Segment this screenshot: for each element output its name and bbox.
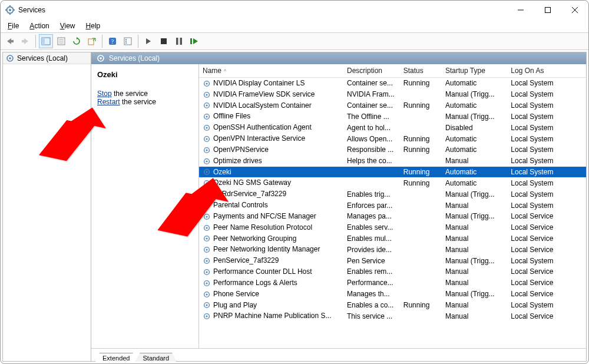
menu-help[interactable]: Help xyxy=(81,21,105,31)
cell-logon: Local System xyxy=(507,122,586,133)
cell-desc: Enables mul... xyxy=(343,233,400,244)
cell-name: Optimize drives xyxy=(199,155,343,167)
tab-standard[interactable]: Standard xyxy=(135,353,177,362)
svg-rect-7 xyxy=(545,8,551,13)
toolbar-separator xyxy=(102,35,102,48)
restart-service-button[interactable] xyxy=(187,34,201,48)
stop-service-link[interactable]: Stop xyxy=(97,90,112,98)
service-row[interactable]: PNRP Machine Name Publication S...This s… xyxy=(199,310,586,322)
service-row[interactable]: Performance Counter DLL HostEnables rem.… xyxy=(199,266,586,277)
svg-rect-26 xyxy=(176,38,178,45)
service-row[interactable]: NVIDIA FrameView SDK serviceNVIDIA Fram.… xyxy=(199,89,586,100)
cell-status xyxy=(400,277,442,289)
cell-desc: Enables trig... xyxy=(343,188,400,200)
stop-service-line: Stop the service xyxy=(97,90,193,98)
cell-name: PenService_7af3229 xyxy=(199,255,343,266)
svg-rect-21 xyxy=(124,38,131,45)
service-row[interactable]: P9RdrService_7af3229Enables trig...Manua… xyxy=(199,188,586,200)
service-row[interactable]: Peer Name Resolution ProtocolEnables ser… xyxy=(199,222,586,233)
cell-startup: Manual xyxy=(442,266,507,277)
service-row[interactable]: Peer Networking GroupingEnables mul...Ma… xyxy=(199,233,586,244)
stop-service-button[interactable] xyxy=(157,34,171,48)
col-status[interactable]: Status xyxy=(400,64,442,78)
cell-startup: Manual xyxy=(442,155,507,167)
close-button[interactable] xyxy=(561,1,588,19)
menu-action[interactable]: Action xyxy=(25,21,54,31)
gear-icon xyxy=(203,301,211,309)
export-button[interactable] xyxy=(85,34,99,48)
svg-point-30 xyxy=(9,57,11,59)
cell-status xyxy=(400,111,442,122)
cell-desc: Enables serv... xyxy=(343,222,400,233)
window-title: Services xyxy=(18,6,45,14)
service-row[interactable]: Ozeki NG SMS GatewayRunningAutomaticLoca… xyxy=(199,177,586,188)
col-name[interactable]: Name^ xyxy=(199,64,343,78)
menu-view[interactable]: View xyxy=(55,21,80,31)
gear-icon xyxy=(203,312,211,320)
tree-item-services-local[interactable]: Services (Local) xyxy=(3,52,91,64)
cell-logon: Local System xyxy=(507,100,586,111)
nav-back-button[interactable] xyxy=(3,34,17,48)
service-row[interactable]: Plug and PlayEnables a co...RunningManua… xyxy=(199,300,586,311)
cell-startup: Manual xyxy=(442,300,507,311)
view-tabs: Extended Standard xyxy=(91,348,586,361)
menu-file[interactable]: File xyxy=(3,21,24,31)
toolbar-separator xyxy=(138,35,138,48)
service-row[interactable]: OpenVPNServiceResponsible ...RunningAuto… xyxy=(199,144,586,155)
service-row[interactable]: Peer Networking Identity ManagerProvides… xyxy=(199,244,586,255)
service-row[interactable]: OpenVPN Interactive ServiceAllows Open..… xyxy=(199,133,586,144)
service-row[interactable]: NVIDIA LocalSystem ContainerContainer se… xyxy=(199,100,586,111)
cell-status xyxy=(400,122,442,133)
svg-point-36 xyxy=(206,94,207,95)
restart-suffix: the service xyxy=(120,98,156,106)
gear-icon xyxy=(5,54,15,63)
tab-extended[interactable]: Extended xyxy=(95,353,137,362)
service-row[interactable]: OpenSSH Authentication AgentAgent to hol… xyxy=(199,122,586,133)
pause-service-button[interactable] xyxy=(172,34,186,48)
service-row[interactable]: Optimize drivesHelps the co...ManualLoca… xyxy=(199,155,586,167)
properties-button[interactable] xyxy=(54,34,68,48)
services-scroll[interactable]: Name^ Description Status Startup Type Lo… xyxy=(199,64,586,348)
col-logon[interactable]: Log On As xyxy=(507,64,586,78)
cell-status: Running xyxy=(400,133,442,144)
nav-forward-button[interactable] xyxy=(18,34,32,48)
cell-logon: Local System xyxy=(507,188,586,200)
service-row[interactable]: Phone ServiceManages th...Manual (Trigg.… xyxy=(199,289,586,300)
start-service-button[interactable] xyxy=(141,34,155,48)
service-row[interactable]: NVIDIA Display Container LSContainer se.… xyxy=(199,78,586,89)
gear-icon xyxy=(96,54,105,63)
cell-desc: Enforces par... xyxy=(343,200,400,211)
help-button[interactable]: ? xyxy=(105,34,120,48)
console-tree-pane: Services (Local) xyxy=(3,52,91,361)
cell-startup: Manual xyxy=(442,310,507,322)
cell-startup: Automatic xyxy=(442,78,507,89)
service-row[interactable]: Performance Logs & AlertsPerformance...M… xyxy=(199,277,586,289)
cell-logon: Local System xyxy=(507,255,586,266)
col-description[interactable]: Description xyxy=(343,64,400,78)
gear-icon xyxy=(203,268,211,276)
show-hide-tree-button[interactable] xyxy=(39,34,53,48)
service-row[interactable]: Payments and NFC/SE ManagerManages pa...… xyxy=(199,211,586,222)
svg-point-46 xyxy=(206,149,207,151)
tree-icon xyxy=(41,37,51,45)
cell-startup: Manual xyxy=(442,277,507,289)
cell-status: Running xyxy=(400,177,442,188)
service-row[interactable]: OzekiRunningAutomaticLocal System xyxy=(199,167,586,178)
cell-name: OpenVPN Interactive Service xyxy=(199,133,343,144)
refresh-button[interactable] xyxy=(70,34,84,48)
cell-desc xyxy=(343,177,400,188)
cell-logon: Local System xyxy=(507,167,586,178)
service-row[interactable]: PenService_7af3229Pen ServiceManual (Tri… xyxy=(199,255,586,266)
cell-desc: Allows Open... xyxy=(343,133,400,144)
cell-status xyxy=(400,255,442,266)
service-row[interactable]: Offline FilesThe Offline ...Manual (Trig… xyxy=(199,111,586,122)
cell-name: Plug and Play xyxy=(199,300,343,311)
cell-status: Running xyxy=(400,300,442,311)
col-startup[interactable]: Startup Type xyxy=(442,64,507,78)
service-settings-button[interactable] xyxy=(121,34,135,48)
maximize-button[interactable] xyxy=(534,1,561,19)
service-row[interactable]: Parental ControlsEnforces par...ManualLo… xyxy=(199,200,586,211)
cell-status xyxy=(400,310,442,322)
minimize-button[interactable] xyxy=(507,1,534,19)
cell-logon: Local Service xyxy=(507,244,586,255)
